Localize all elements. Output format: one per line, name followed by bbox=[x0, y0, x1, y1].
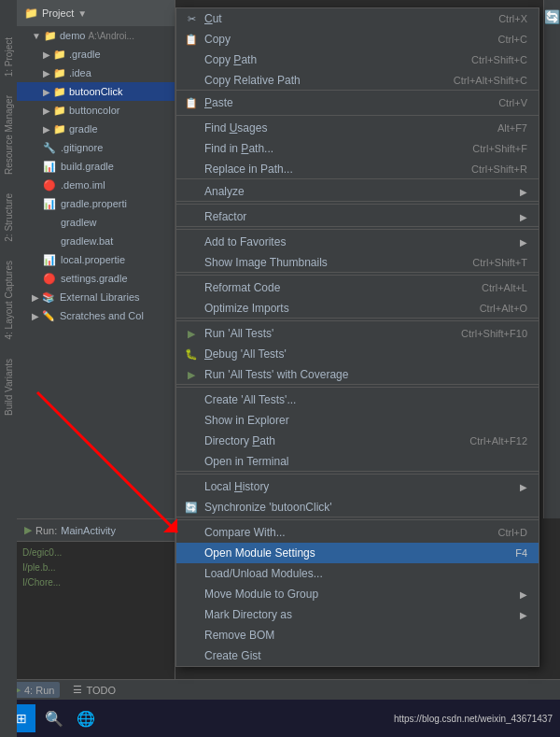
menu-item-copy-rel[interactable]: Copy Relative Path Ctrl+Alt+Shift+C bbox=[176, 70, 539, 91]
menu-item-refactor[interactable]: Refactor ▶ bbox=[176, 206, 539, 227]
project-arrow[interactable]: ▼ bbox=[77, 8, 87, 19]
todo-tab-label: TODO bbox=[86, 685, 116, 696]
gradle-sync-icon[interactable]: 🔄 bbox=[544, 9, 560, 24]
tree-item-demoiml[interactable]: 🔴 .demo.iml bbox=[17, 176, 175, 194]
menu-item-find-usages[interactable]: Find Usages Alt+F7 bbox=[176, 118, 539, 138]
right-panel: 🔄 bbox=[543, 0, 560, 518]
tree-item-settingsgradle[interactable]: 🔴 settings.gradle bbox=[17, 269, 175, 288]
taskbar-url: https://blog.csdn.net/weixin_43671437 bbox=[394, 714, 553, 724]
run-tab-label: 4: Run bbox=[24, 685, 54, 696]
menu-item-create-gist[interactable]: Create Gist bbox=[176, 645, 539, 666]
menu-label-paste: Paste bbox=[204, 96, 233, 109]
menu-label-move-module: Move Module to Group bbox=[204, 588, 318, 601]
menu-item-debug-tests[interactable]: 🐛 Debug 'All Tests' bbox=[176, 344, 539, 364]
analyze-arrow: ▶ bbox=[520, 187, 527, 197]
sidebar-label-project[interactable]: 1: Project bbox=[4, 37, 14, 77]
bottom-tab-todo[interactable]: ☰ TODO bbox=[67, 682, 121, 698]
menu-label-create-tests: Create 'All Tests'... bbox=[204, 393, 296, 406]
folder-icon: ✏️ bbox=[42, 310, 57, 322]
menu-label-refactor: Refactor bbox=[204, 210, 246, 223]
load-modules-icon bbox=[184, 566, 199, 581]
menu-item-dir-path[interactable]: Directory Path Ctrl+Alt+F12 bbox=[176, 431, 539, 451]
taskbar: ⊞ 🔍 🌐 https://blog.csdn.net/weixin_43671… bbox=[0, 700, 560, 737]
menu-item-thumbnails[interactable]: Show Image Thumbnails Ctrl+Shift+T bbox=[176, 252, 539, 273]
shortcut-optimize: Ctrl+Alt+O bbox=[480, 303, 527, 314]
menu-item-paste[interactable]: 📋 Paste Ctrl+V bbox=[176, 92, 539, 113]
menu-item-run-tests[interactable]: ▶ Run 'All Tests' Ctrl+Shift+F10 bbox=[176, 323, 539, 344]
search-taskbar-icon[interactable]: 🔍 bbox=[41, 705, 67, 731]
menu-item-run-coverage[interactable]: ▶ Run 'All Tests' with Coverage bbox=[176, 364, 539, 385]
divider-2 bbox=[176, 204, 539, 205]
tree-item-localprops[interactable]: 📊 local.propertie bbox=[17, 250, 175, 269]
sidebar-label-structure[interactable]: 2: Structure bbox=[4, 193, 14, 242]
menu-label-local-history: Local History bbox=[204, 480, 269, 493]
sidebar-label-layout[interactable]: 4: Layout Captures bbox=[4, 261, 14, 340]
tree-item-gradlew[interactable]: gradlew bbox=[17, 213, 175, 232]
menu-label-copy-rel: Copy Relative Path bbox=[204, 74, 301, 87]
menu-item-compare[interactable]: Compare With... Ctrl+D bbox=[176, 522, 539, 543]
tree-item-gradleprops[interactable]: 📊 gradle.properti bbox=[17, 194, 175, 213]
menu-item-show-explorer[interactable]: Show in Explorer bbox=[176, 410, 539, 431]
menu-label-thumbnails: Show Image Thumbnails bbox=[204, 256, 328, 269]
copy-rel-icon bbox=[184, 73, 199, 88]
tree-item-label: build.gradle bbox=[61, 161, 114, 172]
tree-item-idea[interactable]: ▶ 📁 .idea bbox=[17, 64, 175, 82]
tree-item-scratches[interactable]: ▶ ✏️ Scratches and Col bbox=[17, 306, 175, 325]
create-gist-icon bbox=[184, 648, 199, 663]
menu-item-copy[interactable]: 📋 Copy Ctrl+C bbox=[176, 29, 539, 50]
menu-item-replace-path[interactable]: Replace in Path... Ctrl+Shift+R bbox=[176, 159, 539, 179]
menu-item-terminal[interactable]: Open in Terminal bbox=[176, 451, 539, 472]
menu-item-create-tests[interactable]: Create 'All Tests'... bbox=[176, 390, 539, 410]
tree-item-external[interactable]: ▶ 📚 External Libraries bbox=[17, 288, 175, 306]
menu-item-mark-dir[interactable]: Mark Directory as ▶ bbox=[176, 604, 539, 625]
run-content: D/egic0... I/ple.b... I/Chore... bbox=[17, 542, 175, 594]
tree-item-label: butoonClick bbox=[69, 86, 122, 97]
tree-item-buildgradle[interactable]: 📊 build.gradle bbox=[17, 157, 175, 176]
menu-label-create-gist: Create Gist bbox=[204, 649, 261, 662]
file-icon: 📊 bbox=[43, 161, 58, 173]
menu-label-optimize: Optimize Imports bbox=[204, 302, 289, 315]
menu-item-analyze[interactable]: Analyze ▶ bbox=[176, 181, 539, 202]
menu-item-synchronize[interactable]: 🔄 Synchronize 'butoonClick' bbox=[176, 497, 539, 517]
tree-item-label: demo bbox=[60, 30, 86, 41]
tree-item-gradlewbat[interactable]: gradlew.bat bbox=[17, 232, 175, 250]
menu-item-load-modules[interactable]: Load/Unload Modules... bbox=[176, 563, 539, 584]
menu-item-module-settings[interactable]: Open Module Settings F4 bbox=[176, 543, 539, 563]
menu-item-remove-bom[interactable]: Remove BOM bbox=[176, 625, 539, 645]
expand-icon: ▶ bbox=[43, 68, 50, 78]
menu-item-cut[interactable]: ✂ Cut Ctrl+X bbox=[176, 8, 539, 29]
menu-item-reformat[interactable]: Reformat Code Ctrl+Alt+L bbox=[176, 277, 539, 298]
log-line-1: D/egic0... bbox=[22, 546, 169, 560]
menu-item-find-path[interactable]: Find in Path... Ctrl+Shift+F bbox=[176, 138, 539, 159]
copy-icon: 📋 bbox=[184, 32, 199, 47]
tree-item-butoonclick[interactable]: ▶ 📁 butoonClick bbox=[17, 82, 175, 101]
tree-item-gitignore[interactable]: 🔧 .gitignore bbox=[17, 138, 175, 157]
menu-label-run-tests: Run 'All Tests' bbox=[204, 327, 273, 340]
menu-item-local-history[interactable]: Local History ▶ bbox=[176, 476, 539, 497]
file-icon: 📊 bbox=[43, 198, 58, 210]
tree-item-label: gradlew bbox=[61, 217, 97, 228]
menu-label-compare: Compare With... bbox=[204, 526, 286, 539]
tree-item-label: gradle bbox=[69, 123, 98, 135]
terminal-icon bbox=[184, 454, 199, 469]
tree-item-gradle2[interactable]: ▶ 📁 gradle bbox=[17, 120, 175, 138]
folder-icon: 📁 bbox=[53, 49, 66, 61]
menu-item-favorites[interactable]: Add to Favorites ▶ bbox=[176, 232, 539, 252]
divider-6 bbox=[176, 387, 539, 388]
local-history-icon bbox=[184, 479, 199, 494]
sidebar-label-build[interactable]: Build Variants bbox=[4, 359, 14, 416]
tree-item-buttoncolor[interactable]: ▶ 📁 buttoncolor bbox=[17, 101, 175, 120]
tree-item-gradle[interactable]: ▶ 📁 .gradle bbox=[17, 45, 175, 64]
tree-item-demo[interactable]: ▼ 📁 demo A:\Androi... bbox=[17, 26, 175, 45]
browser-taskbar-icon[interactable]: 🌐 bbox=[73, 705, 99, 731]
synchronize-icon: 🔄 bbox=[184, 500, 199, 515]
menu-label-find-usages: Find Usages bbox=[204, 121, 267, 135]
sidebar-label-resource[interactable]: Resource Manager bbox=[4, 95, 14, 175]
menu-label-copy: Copy bbox=[204, 33, 231, 46]
tree-item-label: buttoncolor bbox=[69, 105, 119, 116]
menu-item-move-module[interactable]: Move Module to Group ▶ bbox=[176, 584, 539, 604]
menu-item-optimize[interactable]: Optimize Imports Ctrl+Alt+O bbox=[176, 298, 539, 319]
todo-tab-icon: ☰ bbox=[73, 684, 82, 696]
menu-label-cut: Cut bbox=[204, 12, 222, 25]
menu-item-copy-path[interactable]: Copy Path Ctrl+Shift+C bbox=[176, 50, 539, 70]
